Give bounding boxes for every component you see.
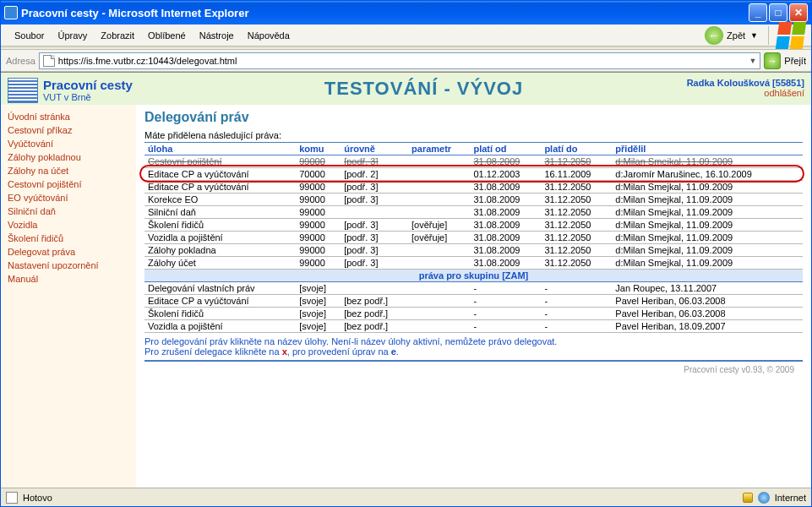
maximize-button[interactable]: □ xyxy=(769,3,787,22)
windows-logo-icon xyxy=(776,22,806,49)
back-arrow-icon: ← xyxy=(705,26,723,45)
minimize-button[interactable]: _ xyxy=(749,3,767,22)
window-title: Pracovní cesty - Microsoft Internet Expl… xyxy=(21,7,749,19)
sidebar-item[interactable]: Delegovat práva xyxy=(8,245,129,259)
window-buttons: _ □ ✕ xyxy=(749,3,808,22)
page-icon xyxy=(6,492,18,504)
go-button[interactable]: → xyxy=(764,52,781,69)
sidebar: Úvodní stránkaCestovní příkazVyúčtováníZ… xyxy=(1,105,136,488)
table-row[interactable]: Cestovní pojištění99000[podř. 3]31.08.20… xyxy=(144,155,803,168)
page-footer: Pracovní cesty v0.93, © 2009 xyxy=(144,360,803,374)
table-row[interactable]: Školení řidičů[svoje][bez podř.]--Pavel … xyxy=(144,308,803,320)
menu-oblibene[interactable]: Oblíbené xyxy=(141,29,193,42)
back-button[interactable]: ← Zpět ▼ xyxy=(698,25,765,46)
sidebar-item[interactable]: Vyúčtování xyxy=(8,137,129,150)
sidebar-item[interactable]: Manuál xyxy=(8,272,129,286)
sidebar-item[interactable]: Zálohy na účet xyxy=(8,164,129,177)
zone-text: Internet xyxy=(775,493,806,503)
user-name: Radka Koloušková [55851] xyxy=(523,78,804,88)
menu-napoveda[interactable]: Nápověda xyxy=(241,29,297,42)
address-bar: Adresa https://is.fme.vutbr.cz:10443/del… xyxy=(1,50,811,72)
lock-icon xyxy=(743,493,753,503)
group-header: práva pro skupinu [ZAM] xyxy=(144,270,803,282)
column-header: přidělil xyxy=(612,143,803,155)
sidebar-item[interactable]: Zálohy pokladnou xyxy=(8,150,129,164)
url-input[interactable]: https://is.fme.vutbr.cz:10443/delegovat.… xyxy=(39,52,760,69)
sidebar-item[interactable]: Úvodní stránka xyxy=(8,110,129,123)
hint-delegate: Pro delegování práv klikněte na název úl… xyxy=(144,336,803,346)
app-window: Pracovní cesty - Microsoft Internet Expl… xyxy=(0,0,812,507)
page-banner: Pracovní cesty VUT v Brně TESTOVÁNÍ - VÝ… xyxy=(1,73,811,105)
column-header: platí do xyxy=(541,143,612,155)
app-subtitle: VUT v Brně xyxy=(43,92,324,102)
table-row[interactable]: Delegování vlastních práv[svoje]--Jan Ro… xyxy=(144,282,803,295)
app-logo-icon xyxy=(8,78,38,103)
lead-text: Máte přidělena následující práva: xyxy=(144,130,803,140)
hint-edit: Pro zrušení delegace klikněte na x, pro … xyxy=(144,346,803,357)
app-title: Pracovní cesty xyxy=(43,78,324,92)
menu-upravy[interactable]: Úpravy xyxy=(51,29,94,42)
environment-label: TESTOVÁNÍ - VÝVOJ xyxy=(324,78,523,100)
column-header: parametr xyxy=(408,143,470,155)
table-row[interactable]: Vozidla a pojištění[svoje][bez podř.]--P… xyxy=(144,320,803,333)
logout-link[interactable]: odhlášení xyxy=(764,88,804,98)
content-viewport: Pracovní cesty VUT v Brně TESTOVÁNÍ - VÝ… xyxy=(1,72,811,488)
table-row[interactable]: Editace CP a vyúčtování70000[podř. 2]01.… xyxy=(144,168,803,181)
hints: Pro delegování práv klikněte na název úl… xyxy=(144,336,803,357)
sidebar-item[interactable]: Školení řidičů xyxy=(8,232,129,245)
page-icon xyxy=(43,55,55,67)
menu-nastroje[interactable]: Nástroje xyxy=(193,29,241,42)
chevron-down-icon[interactable]: ▼ xyxy=(749,57,756,65)
table-row[interactable]: Vozidla a pojištění99000[podř. 3][ověřuj… xyxy=(144,232,803,244)
sidebar-item[interactable]: EO vyúčtování xyxy=(8,191,129,204)
go-label: Přejít xyxy=(784,56,806,66)
sidebar-item[interactable]: Cestovní pojištění xyxy=(8,177,129,191)
column-header: komu xyxy=(296,143,341,155)
status-text: Hotovo xyxy=(23,493,52,503)
table-row[interactable]: Korekce EO99000[podř. 3]31.08.200931.12.… xyxy=(144,194,803,206)
column-header: platí od xyxy=(470,143,541,155)
titlebar: Pracovní cesty - Microsoft Internet Expl… xyxy=(1,1,811,25)
table-row[interactable]: Silniční daň9900031.08.200931.12.2050d:M… xyxy=(144,206,803,219)
url-text: https://is.fme.vutbr.cz:10443/delegovat.… xyxy=(58,56,744,66)
status-bar: Hotovo Internet xyxy=(1,488,811,506)
table-row[interactable]: Editace CP a vyúčtování[svoje][bez podř.… xyxy=(144,295,803,308)
ie-icon xyxy=(4,6,18,19)
menu-soubor[interactable]: Soubor xyxy=(8,29,51,42)
sidebar-item[interactable]: Vozidla xyxy=(8,218,129,232)
globe-icon xyxy=(758,492,770,504)
content-area: Delegování práv Máte přidělena následují… xyxy=(136,105,811,488)
column-header: úrovně xyxy=(341,143,408,155)
chevron-down-icon: ▼ xyxy=(750,31,758,40)
sidebar-item[interactable]: Nastavení upozornění xyxy=(8,259,129,272)
table-row[interactable]: Editace CP a vyúčtování99000[podř. 3]31.… xyxy=(144,181,803,194)
table-row[interactable]: Zálohy pokladna99000[podř. 3]31.08.20093… xyxy=(144,244,803,257)
table-row[interactable]: Zálohy účet99000[podř. 3]31.08.200931.12… xyxy=(144,257,803,270)
close-button[interactable]: ✕ xyxy=(789,3,808,22)
address-label: Adresa xyxy=(6,56,35,66)
menu-zobrazit[interactable]: Zobrazit xyxy=(94,29,141,42)
column-header: úloha xyxy=(144,143,296,155)
menubar: Soubor Úpravy Zobrazit Oblíbené Nástroje… xyxy=(1,25,811,46)
page-heading: Delegování práv xyxy=(144,110,803,125)
table-row[interactable]: Školení řidičů99000[podř. 3][ověřuje]31.… xyxy=(144,219,803,232)
rights-table: úlohakomuúrovněparametrplatí odplatí dop… xyxy=(144,142,803,333)
sidebar-item[interactable]: Silniční daň xyxy=(8,204,129,218)
sidebar-item[interactable]: Cestovní příkaz xyxy=(8,123,129,137)
